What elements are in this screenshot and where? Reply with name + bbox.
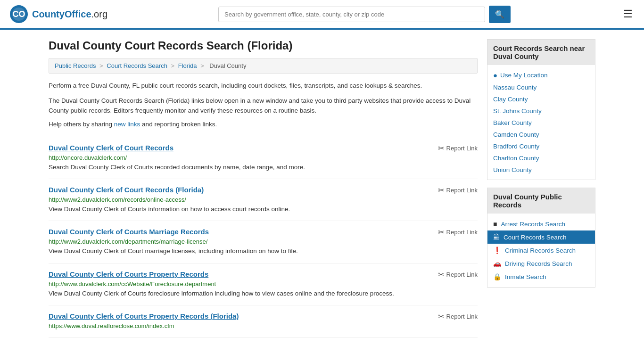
- description-2: The Duval County Court Records Search (F…: [49, 96, 478, 116]
- result-desc-1: View Duval County Clerk of Courts inform…: [49, 205, 478, 214]
- search-input[interactable]: [218, 7, 485, 22]
- public-records-item-3[interactable]: 🚗 Driving Records Search: [493, 257, 589, 270]
- result-url-3[interactable]: http://www.duvalclerk.com/ccWebsite/Fore…: [49, 280, 478, 288]
- result-item: Duval County Clerk of Court Records ✂ Re…: [49, 137, 478, 179]
- search-area: 🔍: [218, 6, 511, 23]
- use-location-btn[interactable]: ● Use My Location: [493, 69, 589, 82]
- svg-text:CO: CO: [13, 9, 25, 19]
- report-link-btn-1[interactable]: ✂ Report Link: [438, 186, 478, 195]
- hamburger-icon: ☰: [623, 8, 633, 20]
- nearby-section: Court Records Search near Duval County ●…: [487, 39, 595, 180]
- result-title-row: Duval County Clerk of Courts Property Re…: [49, 312, 478, 321]
- search-icon: 🔍: [495, 10, 504, 18]
- breadcrumb-sep-3: >: [200, 62, 206, 69]
- share-line: Help others by sharing new links and rep…: [49, 121, 478, 128]
- logo-text: CountyOffice.org: [32, 9, 107, 20]
- result-title-4[interactable]: Duval County Clerk of Courts Property Re…: [49, 312, 239, 320]
- description-1: Perform a free Duval County, FL public c…: [49, 81, 478, 91]
- breadcrumb-court-records[interactable]: Court Records Search: [107, 62, 167, 69]
- scissors-icon-2: ✂: [438, 228, 444, 237]
- public-records-title: Duval County Public Records: [487, 188, 595, 214]
- result-desc-0: Search Duval County Clerk of Courts reco…: [49, 163, 478, 172]
- nearby-counties: Nassau CountyClay CountySt. Johns County…: [493, 82, 589, 176]
- use-location-label: Use My Location: [500, 72, 548, 79]
- breadcrumb-sep-2: >: [171, 62, 176, 69]
- scissors-icon-1: ✂: [438, 186, 444, 195]
- public-records-link-4[interactable]: Inmate Search: [505, 273, 546, 280]
- nearby-county-0[interactable]: Nassau County: [493, 82, 589, 93]
- public-records-link-1[interactable]: Court Records Search: [504, 234, 567, 241]
- scissors-icon-0: ✂: [438, 144, 444, 153]
- public-records-item-2[interactable]: ❗ Criminal Records Search: [493, 244, 589, 257]
- public-records-section: Duval County Public Records ■ Arrest Rec…: [487, 188, 595, 288]
- result-url-2[interactable]: http://www2.duvalclerk.com/departments/m…: [49, 238, 478, 245]
- location-icon: ●: [493, 71, 497, 79]
- breadcrumb-sep-1: >: [99, 62, 105, 69]
- nearby-county-7[interactable]: Union County: [493, 164, 589, 176]
- result-item: Duval County Clerk of Courts Property Re…: [49, 305, 478, 338]
- result-url-0[interactable]: http://oncore.duvalclerk.com/: [49, 154, 478, 161]
- breadcrumb: Public Records > Court Records Search > …: [49, 58, 478, 74]
- result-title-row: Duval County Clerk of Court Records ✂ Re…: [49, 144, 478, 153]
- nearby-county-1[interactable]: Clay County: [493, 93, 589, 105]
- public-records-link-0[interactable]: Arrest Records Search: [501, 221, 565, 228]
- public-records-item-0[interactable]: ■ Arrest Records Search: [493, 217, 589, 230]
- result-title-row: Duval County Clerk of Courts Property Re…: [49, 270, 478, 279]
- item-icon-1: 🏛: [493, 233, 500, 241]
- breadcrumb-current: Duval County: [209, 62, 246, 69]
- result-item: Duval County Clerk of Courts Marriage Re…: [49, 221, 478, 263]
- report-link-btn-2[interactable]: ✂ Report Link: [438, 228, 478, 237]
- search-button[interactable]: 🔍: [489, 6, 511, 23]
- result-title-row: Duval County Clerk of Court Records (Flo…: [49, 186, 478, 195]
- result-title-row: Duval County Clerk of Courts Marriage Re…: [49, 228, 478, 237]
- public-records-item-1[interactable]: 🏛 Court Records Search: [487, 230, 595, 244]
- public-records-link-2[interactable]: Criminal Records Search: [505, 247, 576, 254]
- main-container: Duval County Court Records Search (Flori…: [39, 30, 605, 347]
- menu-button[interactable]: ☰: [621, 6, 635, 22]
- result-title-1[interactable]: Duval County Clerk of Court Records (Flo…: [49, 186, 204, 194]
- result-desc-3: View Duval County Clerk of Courts forecl…: [49, 289, 478, 298]
- public-records-item-4[interactable]: 🔒 Inmate Search: [493, 270, 589, 283]
- result-item: Duval County Clerk of Court Records (Flo…: [49, 179, 478, 221]
- result-title-3[interactable]: Duval County Clerk of Courts Property Re…: [49, 270, 208, 278]
- nearby-county-3[interactable]: Baker County: [493, 117, 589, 129]
- nearby-county-5[interactable]: Bradford County: [493, 140, 589, 152]
- report-link-btn-0[interactable]: ✂ Report Link: [438, 144, 478, 153]
- report-link-btn-3[interactable]: ✂ Report Link: [438, 270, 478, 279]
- item-icon-4: 🔒: [493, 273, 501, 280]
- public-records-body: ■ Arrest Records Search 🏛 Court Records …: [487, 214, 595, 288]
- public-records-link-3[interactable]: Driving Records Search: [505, 260, 572, 267]
- result-desc-2: View Duval County Clerk of Court marriag…: [49, 247, 478, 256]
- header: CO CountyOffice.org 🔍 ☰: [0, 0, 644, 30]
- sidebar: Court Records Search near Duval County ●…: [487, 39, 595, 338]
- result-url-1[interactable]: http://www2.duvalclerk.com/records/onlin…: [49, 196, 478, 203]
- logo-area: CO CountyOffice.org: [9, 5, 107, 24]
- result-item: Duval County Clerk of Courts Property Re…: [49, 263, 478, 305]
- content-area: Duval County Court Records Search (Flori…: [49, 39, 478, 338]
- scissors-icon-4: ✂: [438, 312, 444, 321]
- public-records-items: ■ Arrest Records Search 🏛 Court Records …: [493, 217, 589, 283]
- report-link-btn-4[interactable]: ✂ Report Link: [438, 312, 478, 321]
- results-container: Duval County Clerk of Court Records ✂ Re…: [49, 137, 478, 338]
- nearby-county-2[interactable]: St. Johns County: [493, 105, 589, 117]
- result-title-0[interactable]: Duval County Clerk of Court Records: [49, 144, 173, 152]
- breadcrumb-florida[interactable]: Florida: [178, 62, 197, 69]
- item-icon-2: ❗: [493, 247, 501, 254]
- page-title: Duval County Court Records Search (Flori…: [49, 39, 478, 52]
- nearby-body: ● Use My Location Nassau CountyClay Coun…: [487, 65, 595, 180]
- result-url-4[interactable]: https://www.duval.realforeclose.com/inde…: [49, 322, 478, 329]
- new-links-link[interactable]: new links: [114, 121, 140, 128]
- breadcrumb-public-records[interactable]: Public Records: [55, 62, 96, 69]
- nearby-county-4[interactable]: Camden County: [493, 129, 589, 140]
- item-icon-0: ■: [493, 220, 497, 228]
- scissors-icon-3: ✂: [438, 270, 444, 279]
- nearby-county-6[interactable]: Charlton County: [493, 152, 589, 164]
- item-icon-3: 🚗: [493, 260, 501, 267]
- nearby-title: Court Records Search near Duval County: [487, 39, 595, 65]
- result-title-2[interactable]: Duval County Clerk of Courts Marriage Re…: [49, 228, 209, 236]
- logo-icon: CO: [9, 5, 28, 24]
